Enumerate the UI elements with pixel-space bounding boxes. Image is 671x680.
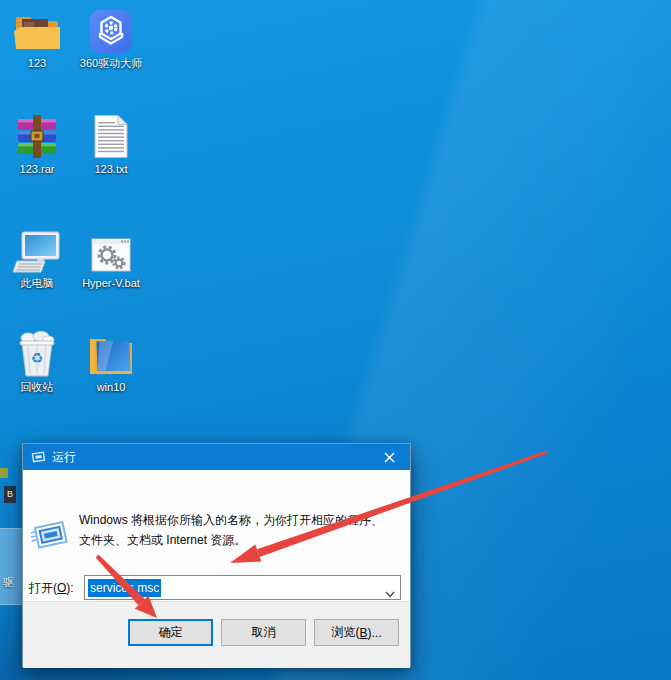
folder-win10-icon bbox=[88, 330, 134, 378]
desktop-icon-label: Hyper-V.bat bbox=[82, 277, 140, 289]
desktop-icon-hyperv-bat[interactable]: Hyper-V.bat bbox=[76, 226, 146, 294]
close-button[interactable] bbox=[368, 444, 410, 470]
text-file-icon bbox=[93, 112, 129, 160]
360-driver-app-icon bbox=[89, 6, 133, 54]
run-program-icon bbox=[31, 520, 69, 556]
run-window-icon bbox=[31, 451, 46, 464]
desktop-icon-recycle-bin[interactable]: ♻ 回收站 bbox=[2, 330, 72, 398]
selected-desktop-icon-highlight[interactable]: 驱 bbox=[0, 528, 24, 605]
run-dialog-titlebar[interactable]: 运行 bbox=[23, 444, 410, 470]
desktop-icon-123-folder[interactable]: 123 bbox=[2, 6, 72, 74]
recycle-bin-icon: ♻ bbox=[15, 330, 59, 378]
desktop-icon-label: 123.rar bbox=[20, 163, 55, 175]
chevron-down-icon[interactable] bbox=[385, 584, 395, 602]
desktop-icon-this-pc[interactable]: 此电脑 bbox=[2, 226, 72, 294]
desktop-icon-360-driver[interactable]: 360驱动大师 bbox=[76, 6, 146, 74]
batch-file-gears-icon bbox=[91, 226, 131, 274]
open-combobox[interactable]: services.msc bbox=[84, 575, 401, 600]
svg-text:♻: ♻ bbox=[31, 350, 44, 366]
desktop-icon-label: 360驱动大师 bbox=[80, 57, 142, 69]
browse-button[interactable]: 浏览(B)... bbox=[314, 619, 399, 646]
desktop: 123 360驱动大师 bbox=[0, 0, 671, 680]
dialog-title: 运行 bbox=[52, 449, 368, 466]
covered-desktop-icon-fragment: B bbox=[4, 486, 16, 503]
desktop-icon-label: 123 bbox=[28, 57, 46, 69]
covered-desktop-icon-fragment bbox=[0, 468, 8, 478]
desktop-icon-123-txt[interactable]: 123.txt bbox=[76, 112, 146, 180]
desktop-icon-label: 回收站 bbox=[21, 381, 54, 393]
folder-with-photo-icon bbox=[14, 6, 60, 54]
desktop-icon-label: win10 bbox=[97, 381, 126, 393]
desktop-icon-label: 123.txt bbox=[94, 163, 127, 175]
open-input-value-selected[interactable]: services.msc bbox=[88, 579, 161, 597]
desktop-icon-123-rar[interactable]: 123.rar bbox=[2, 112, 72, 180]
desktop-icon-win10-folder[interactable]: win10 bbox=[76, 330, 146, 398]
dialog-description: Windows 将根据你所输入的名称，为你打开相应的程序、 文件夹、文档或 In… bbox=[79, 510, 383, 550]
run-dialog: 运行 bbox=[22, 443, 411, 667]
open-field-label: 打开(O): bbox=[29, 580, 74, 597]
cancel-button[interactable]: 取消 bbox=[221, 619, 306, 646]
desktop-icon-label: 此电脑 bbox=[21, 277, 54, 289]
this-pc-icon bbox=[13, 226, 61, 274]
winrar-archive-icon bbox=[14, 112, 60, 160]
covered-icon-label-fragment: 驱 bbox=[3, 575, 14, 590]
ok-button[interactable]: 确定 bbox=[128, 619, 213, 646]
run-dialog-body: Windows 将根据你所输入的名称，为你打开相应的程序、 文件夹、文档或 In… bbox=[23, 470, 410, 601]
close-icon bbox=[384, 452, 395, 463]
